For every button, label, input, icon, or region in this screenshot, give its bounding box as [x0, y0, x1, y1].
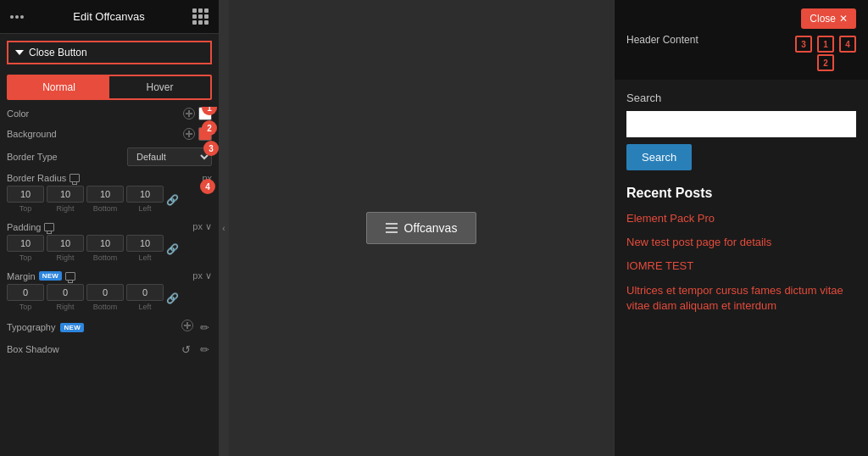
recent-posts-section: Recent Posts Element Pack Pro New test p… — [626, 186, 856, 314]
globe-icon-color[interactable] — [183, 108, 195, 120]
edit-icon-box-shadow[interactable]: ✏ — [197, 342, 212, 357]
br-top[interactable] — [7, 186, 44, 203]
tab-hover[interactable]: Hover — [109, 76, 210, 98]
panel-title: Edit Offcanvas — [73, 10, 144, 23]
right-panel-content: Search Search Recent Posts Element Pack … — [615, 80, 868, 456]
num-badge-4: 4 — [839, 36, 856, 53]
margin-top[interactable] — [7, 284, 44, 301]
post-link-1[interactable]: New test post page for details — [626, 235, 856, 250]
globe-icon-typography[interactable] — [181, 320, 193, 331]
offcanvas-btn-label: Offcanvas — [404, 221, 458, 235]
margin-section: Margin NEW px ∨ Top Right — [7, 270, 212, 313]
br-bottom[interactable] — [86, 186, 124, 203]
numbered-badges-area: 3 1 2 4 — [795, 36, 856, 71]
post-link-3[interactable]: Ultrices et tempor cursus fames dictum v… — [626, 283, 856, 314]
left-panel-header: Edit Offcanvas — [0, 0, 219, 34]
pad-top[interactable] — [7, 235, 44, 252]
link-icon-br[interactable]: 🔗 — [166, 194, 178, 206]
header-content-label: Header Content — [626, 34, 698, 46]
padding-label: Padding — [7, 222, 41, 232]
margin-label: Margin — [7, 271, 36, 281]
offcanvas-button[interactable]: Offcanvas — [366, 212, 477, 244]
close-button-right[interactable]: Close ✕ — [801, 8, 856, 29]
br-top-label: Top — [19, 204, 32, 213]
box-shadow-row: Box Shadow ↺ ✏ — [7, 342, 212, 357]
pad-right[interactable] — [47, 235, 84, 252]
color-row: Color 1 — [7, 107, 212, 120]
monitor-icon-br[interactable] — [70, 174, 80, 182]
color-label: Color — [7, 108, 29, 119]
num-badge-3: 3 — [795, 36, 812, 53]
background-controls: 2 — [183, 127, 212, 141]
close-icon: ✕ — [839, 13, 848, 25]
close-button-section[interactable]: Close Button — [7, 41, 212, 64]
collapse-handle[interactable]: ‹ — [219, 0, 229, 456]
border-type-select[interactable]: Default None Solid Dashed — [127, 147, 212, 166]
color-controls: 1 — [183, 107, 212, 120]
pad-bottom[interactable] — [86, 235, 124, 252]
link-icon-margin[interactable]: 🔗 — [166, 292, 178, 304]
typography-row: Typography NEW ✏ — [7, 320, 212, 335]
post-link-2[interactable]: IOMRE TEST — [626, 259, 856, 274]
post-link-0[interactable]: Element Pack Pro — [626, 211, 856, 226]
badge-4: 4 — [200, 179, 215, 194]
collapse-icon: ‹ — [222, 224, 225, 233]
br-right-label: Right — [56, 204, 74, 213]
chevron-down-icon — [15, 50, 24, 55]
state-tabs: Normal Hover — [7, 75, 212, 100]
num-badge-1: 1 — [817, 36, 834, 53]
border-radius-inputs: Top Right Bottom Left — [7, 186, 164, 213]
reset-icon-box-shadow[interactable]: ↺ — [178, 342, 193, 357]
padding-inputs: Top Right Bottom Left — [7, 235, 164, 262]
globe-icon-bg[interactable] — [183, 128, 195, 140]
edit-icon-typography[interactable]: ✏ — [197, 320, 212, 335]
background-row: Background 2 — [7, 127, 212, 141]
badge-2: 2 — [202, 120, 217, 136]
margin-new-badge: NEW — [39, 271, 63, 281]
link-icon-pad[interactable]: 🔗 — [166, 243, 178, 255]
right-panel: Header Content Close ✕ 3 1 2 4 Search Se… — [614, 0, 868, 456]
badges-row2: 1 2 — [817, 36, 834, 71]
right-panel-header: Header Content Close ✕ 3 1 2 4 — [615, 0, 868, 80]
typography-new-badge: NEW — [60, 323, 84, 332]
box-shadow-label: Box Shadow — [7, 344, 59, 354]
dots-icon — [10, 15, 25, 19]
br-left[interactable] — [126, 186, 164, 203]
badge-3: 3 — [203, 141, 219, 156]
background-label: Background — [7, 129, 57, 139]
margin-right[interactable] — [47, 284, 84, 301]
monitor-icon-pad[interactable] — [44, 223, 54, 231]
right-header-inner: Close ✕ 3 1 2 4 — [795, 8, 856, 71]
section-label: Close Button — [29, 47, 87, 58]
monitor-icon-margin[interactable] — [65, 272, 75, 281]
br-bottom-label: Bottom — [93, 204, 118, 213]
padding-unit: px ∨ — [192, 221, 212, 232]
close-btn-label: Close — [810, 13, 836, 25]
margin-right-label: Right — [56, 303, 74, 311]
padding-section: Padding px ∨ Top Right — [7, 221, 212, 264]
search-title: Search — [626, 92, 856, 104]
search-input[interactable] — [626, 111, 856, 137]
pad-left[interactable] — [126, 235, 164, 252]
br-left-label: Left — [138, 204, 151, 213]
grid-icon[interactable] — [192, 8, 209, 25]
left-panel: Edit Offcanvas Close Button Normal Hover… — [0, 0, 219, 456]
num-badge-2: 2 — [817, 54, 834, 71]
properties-panel: Color 1 Background 2 Border Type Default — [0, 107, 219, 456]
margin-inputs: Top Right Bottom Left — [7, 284, 164, 311]
search-section: Search Search — [626, 92, 856, 170]
margin-left-label: Left — [138, 303, 151, 311]
search-button[interactable]: Search — [626, 144, 692, 170]
margin-unit: px ∨ — [192, 270, 212, 281]
margin-top-label: Top — [19, 303, 32, 311]
canvas-area: Offcanvas — [229, 0, 614, 456]
hamburger-icon — [386, 223, 398, 233]
pad-top-label: Top — [19, 253, 32, 262]
border-type-label: Border Type — [7, 152, 58, 162]
pad-left-label: Left — [138, 253, 151, 262]
margin-bottom[interactable] — [86, 284, 124, 301]
margin-left[interactable] — [126, 284, 164, 301]
br-right[interactable] — [47, 186, 84, 203]
tab-normal[interactable]: Normal — [8, 76, 109, 98]
border-radius-section: Border Radius px Top Right — [7, 173, 212, 214]
